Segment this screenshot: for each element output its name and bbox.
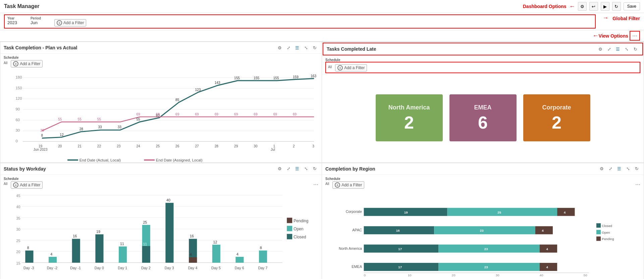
period-label: Period bbox=[31, 16, 41, 20]
header-bar: Task Manager Dashboard Options ← ⚙ ↩ ▶ ↻… bbox=[0, 0, 644, 13]
global-add-filter-btn[interactable]: + Add a Filter bbox=[54, 19, 86, 27]
svg-text:24: 24 bbox=[136, 144, 140, 148]
widget4-plus-icon: + bbox=[335, 182, 340, 188]
save-button[interactable]: Save bbox=[624, 2, 640, 10]
widget1-list-btn[interactable]: ☰ bbox=[293, 44, 301, 51]
widget1-move-btn[interactable]: ⤢ bbox=[285, 44, 292, 51]
widget4-schedule-label: Schedule bbox=[325, 177, 640, 181]
svg-rect-138 bbox=[438, 244, 539, 252]
svg-text:29: 29 bbox=[234, 144, 238, 148]
widget1-add-filter-btn[interactable]: + Add a Filter bbox=[11, 60, 43, 67]
widget4-dots[interactable]: ··· bbox=[635, 181, 640, 188]
svg-rect-124 bbox=[447, 208, 557, 216]
widget2-header: Tasks Completed Late ⚙ ⤢ ☰ ⤡ ↻ bbox=[323, 43, 643, 55]
widget2-body: Schedule All + Add a Filter → View Filte… bbox=[322, 56, 644, 162]
svg-text:30: 30 bbox=[254, 144, 258, 148]
widget3-move-btn[interactable]: ⤢ bbox=[285, 165, 292, 173]
svg-text:50: 50 bbox=[584, 273, 587, 277]
svg-rect-98 bbox=[165, 203, 173, 263]
widget3-add-filter-btn[interactable]: + Add a Filter bbox=[11, 181, 43, 189]
widget3-plus-icon: + bbox=[13, 182, 18, 188]
svg-rect-106 bbox=[212, 244, 220, 263]
svg-text:155: 155 bbox=[273, 76, 279, 80]
svg-text:22: 22 bbox=[97, 144, 101, 148]
svg-text:North America: North America bbox=[339, 246, 362, 250]
svg-text:19: 19 bbox=[404, 210, 408, 214]
widget4-refresh-btn[interactable]: ↻ bbox=[633, 165, 640, 173]
widget2-controls: ⚙ ⤢ ☰ ⤡ ↻ bbox=[597, 45, 639, 53]
svg-rect-81 bbox=[49, 257, 57, 262]
svg-text:120: 120 bbox=[15, 96, 22, 100]
svg-text:21: 21 bbox=[78, 144, 82, 148]
widget-status-workday: Status by Workday ⚙ ⤢ ☰ ⤡ ↻ Schedule All… bbox=[0, 163, 322, 279]
year-value: 2023 bbox=[7, 20, 17, 25]
widget3-refresh-btn[interactable]: ↻ bbox=[311, 165, 318, 173]
svg-text:30: 30 bbox=[15, 128, 20, 132]
refresh-icon-btn[interactable]: ↻ bbox=[612, 2, 621, 11]
svg-text:16: 16 bbox=[396, 229, 400, 232]
svg-rect-140 bbox=[540, 244, 557, 252]
svg-rect-131 bbox=[434, 226, 535, 234]
svg-text:Jun 2023: Jun 2023 bbox=[34, 148, 48, 151]
widget1-refresh-btn[interactable]: ↻ bbox=[311, 44, 318, 51]
period-filter: Period Jun bbox=[31, 16, 41, 25]
widget4-add-filter-btn[interactable]: + Add a Filter bbox=[332, 181, 364, 189]
svg-text:25: 25 bbox=[143, 220, 147, 224]
widget-task-completion: Task Completion - Plan vs Actual ⚙ ⤢ ☰ ⤡… bbox=[0, 42, 322, 163]
widget2-refresh-btn[interactable]: ↻ bbox=[632, 45, 639, 53]
svg-text:69: 69 bbox=[234, 112, 238, 116]
widget4-move-btn[interactable]: ⤢ bbox=[607, 165, 614, 173]
undo-icon-btn[interactable]: ↩ bbox=[589, 2, 598, 11]
svg-rect-60 bbox=[67, 159, 78, 161]
svg-text:69: 69 bbox=[175, 112, 179, 116]
bar-chart-svg: 45 40 35 30 25 20 15 8 Day -3 4 Day -2 bbox=[4, 191, 318, 279]
view-options-box: ··· bbox=[630, 31, 640, 41]
tile-corp-label: Corporate bbox=[542, 104, 571, 111]
widget3-dots[interactable]: ··· bbox=[313, 181, 318, 188]
widget2-expand-btn[interactable]: ⤡ bbox=[623, 45, 630, 53]
svg-text:40: 40 bbox=[16, 205, 20, 209]
widget4-expand-btn[interactable]: ⤡ bbox=[624, 165, 632, 173]
play-icon-btn[interactable]: ▶ bbox=[601, 2, 609, 11]
tile-north-america[interactable]: North America 2 bbox=[376, 94, 443, 141]
svg-rect-103 bbox=[189, 257, 197, 263]
tile-emea[interactable]: EMEA 6 bbox=[449, 94, 517, 141]
widget3-expand-btn[interactable]: ⤡ bbox=[302, 165, 310, 173]
widget4-filter-row: All + Add a Filter ··· bbox=[325, 181, 640, 189]
svg-text:12: 12 bbox=[60, 133, 64, 137]
svg-text:25: 25 bbox=[16, 238, 20, 242]
widget2-title: Tasks Completed Late bbox=[327, 46, 376, 52]
hbar-chart-svg: Corporate 19 25 4 APAC 16 23 4 bbox=[325, 191, 640, 279]
widget4-chart-wrapper: Corporate 19 25 4 APAC 16 23 4 bbox=[325, 191, 640, 279]
svg-text:4: 4 bbox=[564, 210, 566, 214]
svg-text:0: 0 bbox=[364, 273, 366, 277]
widget2-move-btn[interactable]: ⤢ bbox=[605, 45, 613, 53]
widget4-settings-btn[interactable]: ⚙ bbox=[598, 165, 605, 173]
svg-text:Open: Open bbox=[293, 226, 303, 231]
tile-na-value: 2 bbox=[404, 114, 414, 131]
svg-text:Pending: Pending bbox=[293, 218, 308, 223]
widget-completion-region: Completion by Region ⚙ ⤢ ☰ ⤡ ↻ Schedule … bbox=[322, 163, 644, 279]
svg-text:Day 4: Day 4 bbox=[188, 266, 197, 270]
widget3-settings-btn[interactable]: ⚙ bbox=[276, 165, 283, 173]
svg-text:17: 17 bbox=[398, 265, 402, 269]
svg-text:8: 8 bbox=[260, 246, 262, 250]
widget1-expand-btn[interactable]: ⤡ bbox=[302, 44, 310, 51]
widget3-schedule-label: Schedule bbox=[4, 177, 318, 181]
widget3-list-btn[interactable]: ☰ bbox=[293, 165, 301, 173]
widget4-list-btn[interactable]: ☰ bbox=[615, 165, 623, 173]
view-options-dots[interactable]: ··· bbox=[632, 32, 637, 39]
tile-corporate[interactable]: Corporate 2 bbox=[523, 94, 590, 141]
widget1-settings-btn[interactable]: ⚙ bbox=[276, 44, 283, 51]
widget1-schedule-value: All bbox=[4, 61, 7, 65]
widget2-list-btn[interactable]: ☰ bbox=[614, 45, 622, 53]
widget2-settings-btn[interactable]: ⚙ bbox=[597, 45, 604, 53]
svg-text:69: 69 bbox=[215, 112, 219, 116]
widget2-add-filter-btn[interactable]: + Add a Filter bbox=[335, 64, 367, 72]
tiles-container: North America 2 EMEA 6 Corporate 2 bbox=[325, 75, 640, 160]
tile-emea-label: EMEA bbox=[474, 104, 491, 111]
tile-emea-value: 6 bbox=[478, 114, 488, 131]
settings-icon-btn[interactable]: ⚙ bbox=[578, 2, 587, 11]
svg-text:40: 40 bbox=[166, 198, 170, 202]
svg-text:180: 180 bbox=[15, 75, 22, 79]
